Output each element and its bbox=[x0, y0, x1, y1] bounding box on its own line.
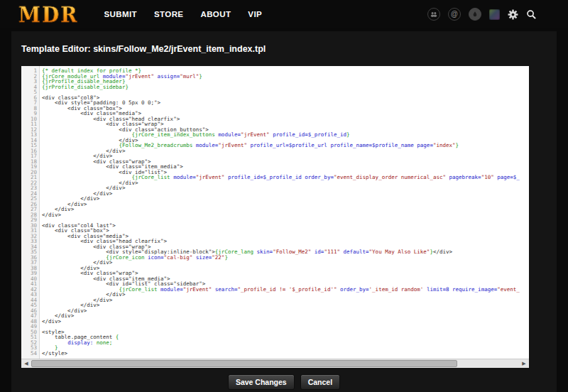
line-number-gutter: 1234567891011121314151617181920212223242… bbox=[21, 66, 40, 359]
code-line: </div> bbox=[42, 313, 529, 319]
drop-icon[interactable] bbox=[469, 8, 481, 21]
code-line: display: none; bbox=[42, 340, 529, 346]
code-line bbox=[42, 324, 529, 330]
code-line: </div> bbox=[42, 207, 529, 212]
line-number: 54 bbox=[21, 351, 37, 356]
code-line: </div> bbox=[42, 298, 529, 303]
code-line: </div> bbox=[42, 319, 529, 325]
scroll-left-arrow-icon[interactable]: ◀ bbox=[22, 359, 31, 368]
code-line: </div> bbox=[42, 303, 529, 308]
editor-body: 1234567891011121314151617181920212223242… bbox=[21, 66, 529, 359]
nav-link-vip[interactable]: VIP bbox=[248, 10, 262, 18]
scroll-right-arrow-icon[interactable]: ▶ bbox=[520, 359, 528, 368]
code-line: </div> bbox=[42, 148, 529, 154]
horizontal-scrollbar[interactable]: ◀ ▶ bbox=[21, 359, 529, 368]
gear-icon[interactable] bbox=[508, 9, 518, 20]
code-line: </div> bbox=[42, 260, 529, 266]
content-panel: Template Editor: skins/Follow_Me2/jrEven… bbox=[11, 31, 557, 392]
code-area[interactable]: {* default index for profile *}{jrCore_m… bbox=[40, 66, 529, 359]
scrollbar-thumb[interactable] bbox=[31, 360, 457, 367]
code-line: </div> bbox=[42, 185, 529, 191]
navbar: MDR SUBMIT STORE ABOUT VIP @ bbox=[0, 0, 568, 28]
code-line: {jrProfile_disable_sidebar} bbox=[42, 85, 529, 90]
code-line: <div class="col4 last"> bbox=[42, 223, 529, 229]
code-line bbox=[42, 89, 529, 95]
save-changes-button[interactable]: Save Changes bbox=[228, 374, 295, 390]
code-line: </div> bbox=[42, 308, 529, 314]
form-actions: Save Changes Cancel bbox=[11, 374, 557, 390]
code-line: </div> bbox=[42, 292, 529, 298]
code-line: </div> bbox=[42, 191, 529, 197]
nav-link-store[interactable]: STORE bbox=[154, 10, 183, 18]
page-title: Template Editor: skins/Follow_Me2/jrEven… bbox=[21, 44, 266, 54]
code-line: } bbox=[42, 345, 529, 351]
code-line: </style> bbox=[42, 351, 529, 356]
users-icon[interactable] bbox=[427, 8, 440, 21]
nav-links: SUBMIT STORE ABOUT VIP bbox=[104, 10, 263, 18]
code-line: </div> bbox=[42, 196, 529, 202]
code-line: table.page_content { bbox=[42, 334, 529, 340]
code-line: {jrCore_icon icon="cal-big" size="22"} bbox=[42, 255, 529, 261]
search-icon[interactable] bbox=[526, 9, 537, 20]
site-logo[interactable]: MDR bbox=[18, 1, 79, 27]
nav-icons: @ bbox=[427, 8, 537, 21]
cancel-button[interactable]: Cancel bbox=[300, 374, 340, 390]
user-avatar[interactable] bbox=[489, 9, 500, 20]
nav-link-submit[interactable]: SUBMIT bbox=[104, 10, 137, 18]
template-code-editor: 1234567891011121314151617181920212223242… bbox=[21, 66, 529, 368]
nav-link-about[interactable]: ABOUT bbox=[200, 10, 231, 18]
code-line: </div> bbox=[42, 202, 529, 207]
at-icon[interactable]: @ bbox=[448, 8, 461, 21]
code-line: </div> bbox=[42, 212, 529, 218]
